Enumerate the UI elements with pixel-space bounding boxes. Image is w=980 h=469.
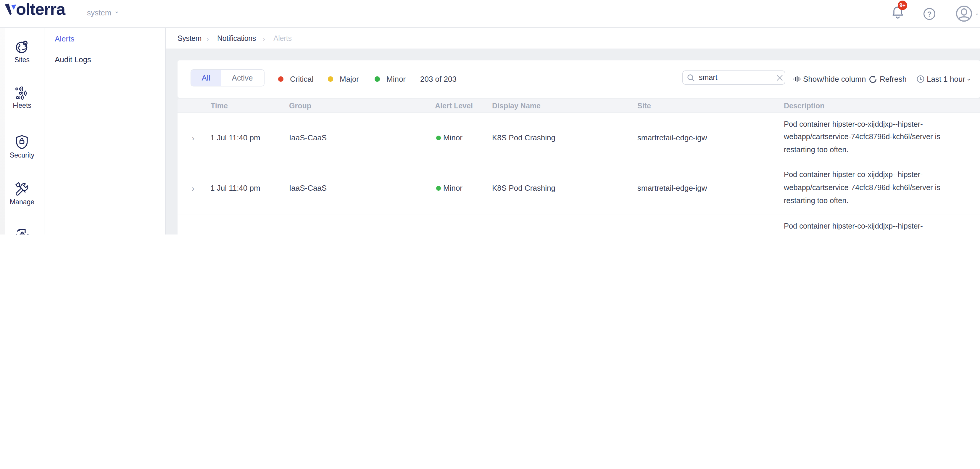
svg-text:?: ? <box>928 10 932 18</box>
